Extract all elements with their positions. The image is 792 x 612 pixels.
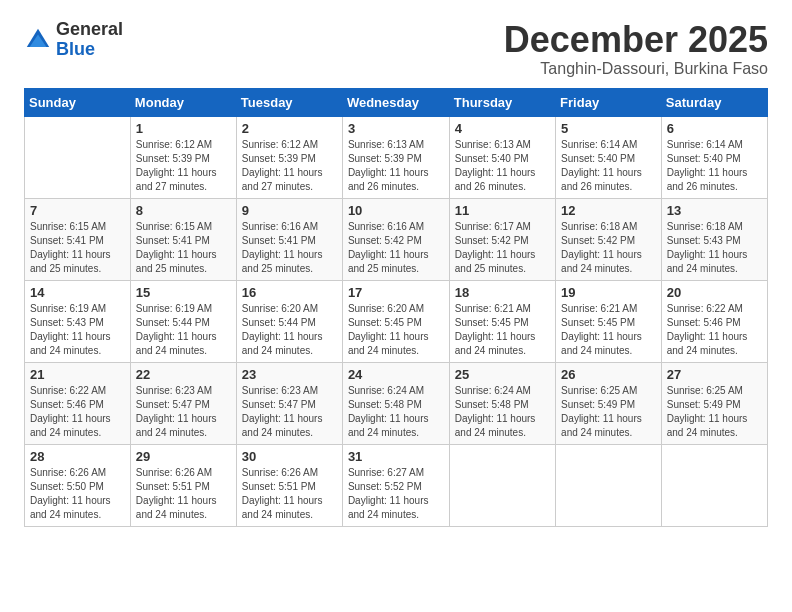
logo-blue-text: Blue [56, 40, 123, 60]
day-number: 25 [455, 367, 550, 382]
calendar-cell: 17Sunrise: 6:20 AM Sunset: 5:45 PM Dayli… [342, 280, 449, 362]
calendar-cell: 23Sunrise: 6:23 AM Sunset: 5:47 PM Dayli… [236, 362, 342, 444]
day-info: Sunrise: 6:21 AM Sunset: 5:45 PM Dayligh… [455, 302, 550, 358]
logo-general-text: General [56, 20, 123, 40]
day-info: Sunrise: 6:24 AM Sunset: 5:48 PM Dayligh… [455, 384, 550, 440]
calendar-cell [449, 444, 555, 526]
calendar-cell: 24Sunrise: 6:24 AM Sunset: 5:48 PM Dayli… [342, 362, 449, 444]
calendar-cell: 27Sunrise: 6:25 AM Sunset: 5:49 PM Dayli… [661, 362, 767, 444]
month-title: December 2025 [504, 20, 768, 60]
calendar-week-row: 21Sunrise: 6:22 AM Sunset: 5:46 PM Dayli… [25, 362, 768, 444]
calendar-cell: 14Sunrise: 6:19 AM Sunset: 5:43 PM Dayli… [25, 280, 131, 362]
day-number: 24 [348, 367, 444, 382]
day-number: 7 [30, 203, 125, 218]
calendar-cell [25, 116, 131, 198]
calendar-cell: 21Sunrise: 6:22 AM Sunset: 5:46 PM Dayli… [25, 362, 131, 444]
day-info: Sunrise: 6:15 AM Sunset: 5:41 PM Dayligh… [136, 220, 231, 276]
day-info: Sunrise: 6:21 AM Sunset: 5:45 PM Dayligh… [561, 302, 656, 358]
day-info: Sunrise: 6:12 AM Sunset: 5:39 PM Dayligh… [242, 138, 337, 194]
day-info: Sunrise: 6:14 AM Sunset: 5:40 PM Dayligh… [561, 138, 656, 194]
day-number: 10 [348, 203, 444, 218]
calendar-cell: 12Sunrise: 6:18 AM Sunset: 5:42 PM Dayli… [556, 198, 662, 280]
calendar-header-row: SundayMondayTuesdayWednesdayThursdayFrid… [25, 88, 768, 116]
day-number: 8 [136, 203, 231, 218]
day-number: 21 [30, 367, 125, 382]
day-number: 19 [561, 285, 656, 300]
day-number: 9 [242, 203, 337, 218]
calendar-cell: 6Sunrise: 6:14 AM Sunset: 5:40 PM Daylig… [661, 116, 767, 198]
day-info: Sunrise: 6:16 AM Sunset: 5:42 PM Dayligh… [348, 220, 444, 276]
calendar-table: SundayMondayTuesdayWednesdayThursdayFrid… [24, 88, 768, 527]
calendar-cell: 20Sunrise: 6:22 AM Sunset: 5:46 PM Dayli… [661, 280, 767, 362]
header-day-saturday: Saturday [661, 88, 767, 116]
day-info: Sunrise: 6:25 AM Sunset: 5:49 PM Dayligh… [561, 384, 656, 440]
day-info: Sunrise: 6:25 AM Sunset: 5:49 PM Dayligh… [667, 384, 762, 440]
calendar-cell: 7Sunrise: 6:15 AM Sunset: 5:41 PM Daylig… [25, 198, 131, 280]
calendar-cell: 22Sunrise: 6:23 AM Sunset: 5:47 PM Dayli… [130, 362, 236, 444]
day-info: Sunrise: 6:26 AM Sunset: 5:51 PM Dayligh… [136, 466, 231, 522]
calendar-cell: 30Sunrise: 6:26 AM Sunset: 5:51 PM Dayli… [236, 444, 342, 526]
day-number: 4 [455, 121, 550, 136]
day-info: Sunrise: 6:12 AM Sunset: 5:39 PM Dayligh… [136, 138, 231, 194]
day-info: Sunrise: 6:22 AM Sunset: 5:46 PM Dayligh… [30, 384, 125, 440]
day-info: Sunrise: 6:14 AM Sunset: 5:40 PM Dayligh… [667, 138, 762, 194]
day-number: 27 [667, 367, 762, 382]
calendar-cell: 31Sunrise: 6:27 AM Sunset: 5:52 PM Dayli… [342, 444, 449, 526]
day-info: Sunrise: 6:27 AM Sunset: 5:52 PM Dayligh… [348, 466, 444, 522]
calendar-cell: 3Sunrise: 6:13 AM Sunset: 5:39 PM Daylig… [342, 116, 449, 198]
day-number: 6 [667, 121, 762, 136]
day-number: 2 [242, 121, 337, 136]
day-info: Sunrise: 6:13 AM Sunset: 5:39 PM Dayligh… [348, 138, 444, 194]
calendar-cell: 29Sunrise: 6:26 AM Sunset: 5:51 PM Dayli… [130, 444, 236, 526]
calendar-cell [556, 444, 662, 526]
day-number: 23 [242, 367, 337, 382]
subtitle: Tanghin-Dassouri, Burkina Faso [504, 60, 768, 78]
calendar-cell: 9Sunrise: 6:16 AM Sunset: 5:41 PM Daylig… [236, 198, 342, 280]
day-info: Sunrise: 6:26 AM Sunset: 5:50 PM Dayligh… [30, 466, 125, 522]
header-day-friday: Friday [556, 88, 662, 116]
title-area: December 2025 Tanghin-Dassouri, Burkina … [504, 20, 768, 78]
calendar-cell: 2Sunrise: 6:12 AM Sunset: 5:39 PM Daylig… [236, 116, 342, 198]
calendar-week-row: 7Sunrise: 6:15 AM Sunset: 5:41 PM Daylig… [25, 198, 768, 280]
day-number: 15 [136, 285, 231, 300]
day-number: 31 [348, 449, 444, 464]
calendar-cell: 4Sunrise: 6:13 AM Sunset: 5:40 PM Daylig… [449, 116, 555, 198]
header-day-monday: Monday [130, 88, 236, 116]
day-number: 29 [136, 449, 231, 464]
calendar-cell: 15Sunrise: 6:19 AM Sunset: 5:44 PM Dayli… [130, 280, 236, 362]
logo: General Blue [24, 20, 123, 60]
calendar-cell: 5Sunrise: 6:14 AM Sunset: 5:40 PM Daylig… [556, 116, 662, 198]
calendar-cell: 10Sunrise: 6:16 AM Sunset: 5:42 PM Dayli… [342, 198, 449, 280]
day-number: 12 [561, 203, 656, 218]
header-day-tuesday: Tuesday [236, 88, 342, 116]
day-number: 22 [136, 367, 231, 382]
day-info: Sunrise: 6:16 AM Sunset: 5:41 PM Dayligh… [242, 220, 337, 276]
day-info: Sunrise: 6:20 AM Sunset: 5:44 PM Dayligh… [242, 302, 337, 358]
calendar-week-row: 14Sunrise: 6:19 AM Sunset: 5:43 PM Dayli… [25, 280, 768, 362]
day-number: 30 [242, 449, 337, 464]
calendar-cell [661, 444, 767, 526]
day-number: 13 [667, 203, 762, 218]
day-number: 18 [455, 285, 550, 300]
calendar-week-row: 28Sunrise: 6:26 AM Sunset: 5:50 PM Dayli… [25, 444, 768, 526]
day-number: 14 [30, 285, 125, 300]
header-day-wednesday: Wednesday [342, 88, 449, 116]
day-number: 17 [348, 285, 444, 300]
header-day-sunday: Sunday [25, 88, 131, 116]
calendar-cell: 28Sunrise: 6:26 AM Sunset: 5:50 PM Dayli… [25, 444, 131, 526]
day-number: 3 [348, 121, 444, 136]
calendar-cell: 18Sunrise: 6:21 AM Sunset: 5:45 PM Dayli… [449, 280, 555, 362]
day-number: 20 [667, 285, 762, 300]
calendar-cell: 19Sunrise: 6:21 AM Sunset: 5:45 PM Dayli… [556, 280, 662, 362]
day-info: Sunrise: 6:13 AM Sunset: 5:40 PM Dayligh… [455, 138, 550, 194]
day-number: 5 [561, 121, 656, 136]
day-info: Sunrise: 6:18 AM Sunset: 5:43 PM Dayligh… [667, 220, 762, 276]
day-info: Sunrise: 6:19 AM Sunset: 5:43 PM Dayligh… [30, 302, 125, 358]
logo-icon [24, 26, 52, 54]
calendar-cell: 25Sunrise: 6:24 AM Sunset: 5:48 PM Dayli… [449, 362, 555, 444]
calendar-cell: 8Sunrise: 6:15 AM Sunset: 5:41 PM Daylig… [130, 198, 236, 280]
day-info: Sunrise: 6:17 AM Sunset: 5:42 PM Dayligh… [455, 220, 550, 276]
day-info: Sunrise: 6:23 AM Sunset: 5:47 PM Dayligh… [242, 384, 337, 440]
day-info: Sunrise: 6:23 AM Sunset: 5:47 PM Dayligh… [136, 384, 231, 440]
calendar-cell: 13Sunrise: 6:18 AM Sunset: 5:43 PM Dayli… [661, 198, 767, 280]
